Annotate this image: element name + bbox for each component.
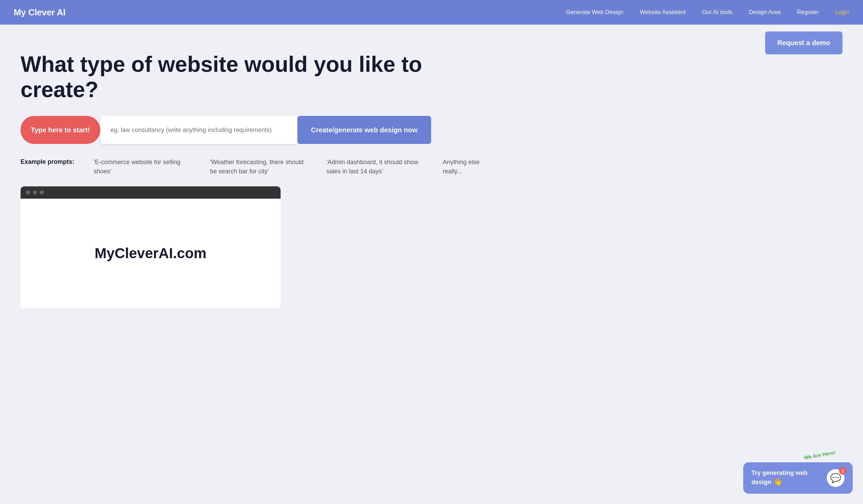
chat-badge: 1 [839,467,847,475]
chat-widget[interactable]: We Are Here! Try generating web design 👋… [743,462,853,494]
type-here-button[interactable]: Type here to start! [21,116,100,144]
example-prompt-4: Anything else really... [443,158,500,176]
nav-logo[interactable]: My Clever AI [14,7,66,18]
search-input-wrapper [100,116,297,144]
nav-link-register[interactable]: Register [797,9,818,15]
nav-link-ai-tools[interactable]: Our AI tools [702,9,733,15]
example-prompt-2: 'Weather forecasting, there should be se… [210,158,306,176]
example-prompts-label: Example prompts: [21,158,73,166]
example-prompts: Example prompts: 'E-commerce website for… [21,158,500,176]
generate-button-label: Create/generate web design now [311,126,417,134]
preview-domain-text: MyCleverAI.com [95,245,207,261]
hero-section: Request a demo What type of website woul… [0,25,863,318]
hero-title: What type of website would you like to c… [21,52,500,102]
example-prompt-3: 'Admin dashboard, it should show sales i… [326,158,422,176]
toolbar-dot-1 [26,191,30,195]
nav-link-design-area[interactable]: Design Area [749,9,780,15]
hand-emoji-icon: 👋 [773,477,782,486]
chat-avatar-icon: 💬 [830,473,841,483]
example-prompt-1: 'E-commerce website for selling shoes' [94,158,190,176]
we-are-here-label: We Are Here! [803,449,836,461]
toolbar-dot-2 [33,191,37,195]
search-row: Type here to start! Create/generate web … [21,116,431,144]
nav-link-login[interactable]: Login [835,9,849,15]
toolbar-dot-3 [40,191,44,195]
preview-frame: MyCleverAI.com [21,199,280,308]
nav-links: Generate Web Design Website Assistant Ou… [566,9,849,16]
chat-avatar-wrapper: 💬 1 [827,469,845,487]
navbar: My Clever AI Generate Web Design Website… [0,0,863,25]
chat-widget-text: Try generating web design 👋 [751,469,821,487]
search-input[interactable] [100,116,297,144]
request-demo-button[interactable]: Request a demo [765,31,842,54]
nav-link-website-assistant[interactable]: Website Assistant [640,9,686,15]
preview-container: MyCleverAI.com [21,186,280,308]
generate-button[interactable]: Create/generate web design now [297,116,431,144]
preview-toolbar [21,186,280,199]
nav-link-generate-web-design[interactable]: Generate Web Design [566,9,624,15]
